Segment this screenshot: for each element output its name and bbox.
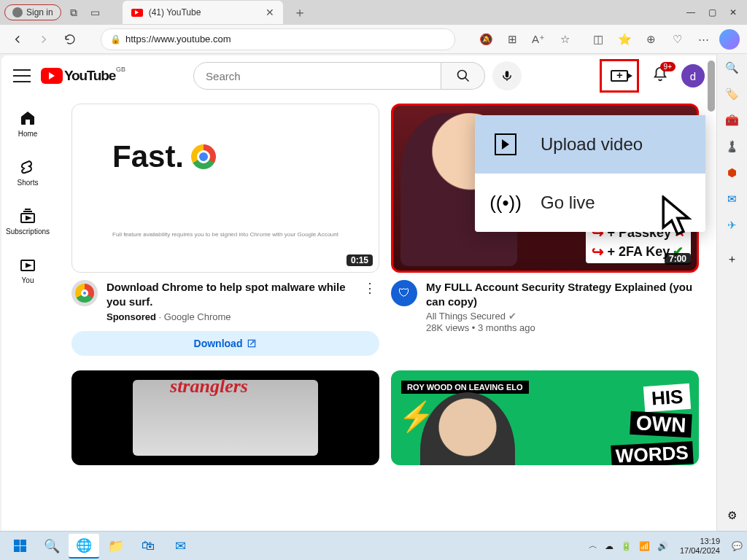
browser-tab-strip: Sign in ⧉ ▭ (41) YouTube ✕ ＋ — ▢ ✕ [0,0,747,25]
video-options-button[interactable]: ⋮ [360,280,379,296]
upload-video-item[interactable]: Upload video [475,115,705,174]
more-menu-button[interactable]: ⋯ [693,29,713,50]
outlook-sidebar-icon[interactable]: ✉ [724,191,740,207]
games-sidebar-icon[interactable]: ♟️ [724,139,740,155]
add-sidebar-icon[interactable]: ＋ [724,251,740,267]
view-count: 28K views [426,322,469,333]
browser-signin-button[interactable]: Sign in [4,4,61,20]
mail-taskbar-button[interactable]: ✉ [165,534,196,559]
notifications-tray-icon[interactable]: 💬 [732,541,743,551]
notifications-button[interactable]: 9+ [652,66,668,85]
maximize-button[interactable]: ▢ [708,7,716,18]
favorites-bar-icon[interactable]: ⭐ [614,29,635,50]
channel-avatar[interactable] [71,280,98,306]
video-duration: 7:00 [665,253,691,265]
search-input[interactable] [193,62,441,90]
tray-chevron-icon[interactable]: ︿ [589,540,597,552]
sponsor-name: Google Chrome [164,311,231,322]
mute-icon[interactable]: 🔕 [476,29,496,50]
create-button[interactable] [600,59,639,93]
video-thumbnail[interactable]: Fast. Full feature availability requires… [71,104,379,273]
youtube-page: YouTube GB 9 [1,55,716,531]
windows-taskbar: 🔍 🌐 📁 🛍 ✉ ︿ ☁ 🔋 📶 🔊 13:19 17/04/2024 💬 [0,531,747,560]
notification-badge: 9+ [660,62,676,71]
system-clock[interactable]: 13:19 17/04/2024 [676,537,724,555]
performance-icon[interactable]: ♡ [667,29,687,50]
sidebar-item-shorts[interactable]: Shorts [4,148,51,197]
send-sidebar-icon[interactable]: ✈ [724,217,740,233]
start-button[interactable] [4,534,35,559]
url-text: https://www.youtube.com [125,34,231,44]
create-icon [611,70,628,82]
address-field[interactable]: 🔒 https://www.youtube.com [101,28,455,50]
guide-menu-button[interactable] [13,69,31,82]
sponsored-label: Sponsored [107,311,156,322]
tab-actions-icon[interactable]: ▭ [86,3,105,22]
browser-toolbar: 🔕 ⊞ A⁺ ☆ ◫ ⭐ ⊕ ♡ ⋯ [476,29,740,50]
browser-address-bar: 🔒 https://www.youtube.com 🔕 ⊞ A⁺ ☆ ◫ ⭐ ⊕… [0,25,747,54]
store-taskbar-button[interactable]: 🛍 [133,534,163,559]
tools-sidebar-icon[interactable]: 🧰 [724,112,740,128]
browser-tab[interactable]: (41) YouTube ✕ [123,1,283,24]
youtube-logo[interactable]: YouTube GB [41,68,115,84]
channel-avatar[interactable]: 🛡 [391,280,417,306]
search-taskbar-button[interactable]: 🔍 [36,534,67,559]
video-card: ROY WOOD ON LEAVING ELO ⚡ HIS OWN WORDS [391,370,699,465]
video-thumbnail[interactable]: stranglers [71,370,379,465]
tab-close-button[interactable]: ✕ [266,7,274,18]
split-screen-icon[interactable]: ◫ [588,29,608,50]
refresh-button[interactable] [60,29,80,50]
tab-title: (41) YouTube [149,7,260,18]
svg-point-0 [457,71,466,79]
account-avatar[interactable]: d [681,64,705,88]
copilot-button[interactable] [719,29,740,50]
youtube-logo-icon [41,68,63,84]
svg-rect-1 [506,71,509,77]
volume-tray-icon[interactable]: 🔊 [657,541,668,551]
search-button[interactable] [441,62,485,90]
scrollbar[interactable] [706,58,716,531]
video-thumbnail[interactable]: ROY WOOD ON LEAVING ELO ⚡ HIS OWN WORDS [391,370,699,465]
go-live-item[interactable]: ((•)) Go live [475,174,705,232]
wifi-tray-icon[interactable]: 📶 [639,541,650,551]
back-button[interactable] [7,29,28,50]
sidebar-item-you[interactable]: You [4,246,51,295]
video-title[interactable]: Download Chrome to help spot malware whi… [107,280,352,308]
edge-sidebar: 🔍 🏷️ 🧰 ♟️ ⬢ ✉ ✈ ＋ ⚙ [716,54,747,531]
explorer-taskbar-button[interactable]: 📁 [101,534,131,559]
new-tab-button[interactable]: ＋ [293,4,306,21]
voice-search-button[interactable] [492,61,522,90]
window-controls: — ▢ ✕ [686,7,743,18]
edge-taskbar-button[interactable]: 🌐 [69,534,99,559]
chrome-icon [191,144,216,169]
extensions-icon[interactable]: ⊞ [502,29,522,50]
upload-video-icon [495,133,516,155]
minimize-button[interactable]: — [686,7,695,18]
sidebar-item-home[interactable]: Home [4,99,51,148]
person-icon [12,7,23,18]
channel-name[interactable]: All Things Secured [426,311,506,322]
battery-tray-icon[interactable]: 🔋 [621,541,632,551]
close-window-button[interactable]: ✕ [729,7,737,18]
search-sidebar-icon[interactable]: 🔍 [724,60,740,76]
home-label: Home [18,130,38,138]
video-card: Fast. Full feature availability requires… [71,104,379,356]
forward-button[interactable] [34,29,54,50]
shopping-sidebar-icon[interactable]: 🏷️ [724,86,740,102]
region-code: GB [116,66,125,73]
workspaces-icon[interactable]: ⧉ [64,3,83,22]
sidebar-item-subscriptions[interactable]: Subscriptions [4,197,51,246]
onedrive-tray-icon[interactable]: ☁ [605,541,614,551]
download-button[interactable]: Download [71,331,379,356]
read-aloud-icon[interactable]: A⁺ [528,29,549,50]
upload-video-label: Upload video [541,134,643,155]
video-card: stranglers [71,370,379,465]
collections-icon[interactable]: ⊕ [640,29,661,50]
video-title[interactable]: My FULL Account Security Strategy Explai… [426,280,699,308]
favorite-icon[interactable]: ☆ [554,29,575,50]
youtube-sidebar: Home Shorts Subscriptions You [1,96,54,531]
ad-disclaimer: Full feature availability requires you t… [112,231,338,238]
upload-age: 3 months ago [478,322,535,333]
office-sidebar-icon[interactable]: ⬢ [724,165,740,181]
settings-sidebar-icon[interactable]: ⚙ [724,508,740,524]
